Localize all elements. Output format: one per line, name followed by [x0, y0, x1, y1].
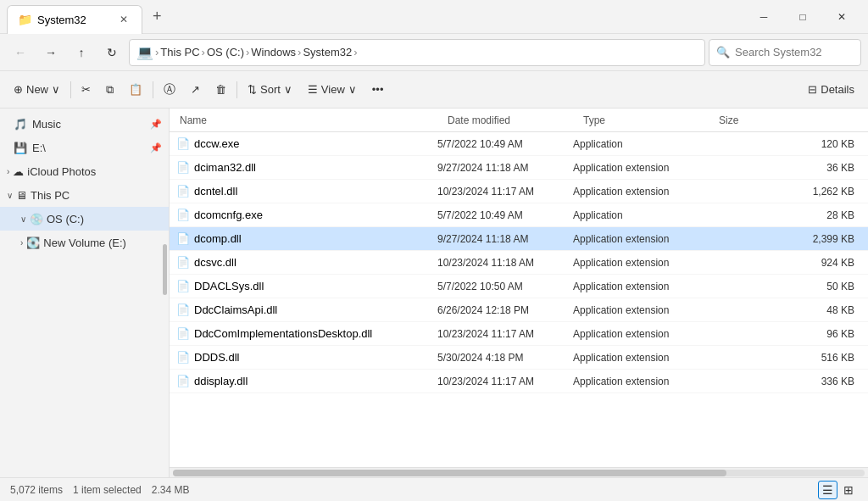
- grid-view-button[interactable]: ⊞: [839, 481, 858, 499]
- file-icon: 📄: [176, 327, 190, 340]
- paste-button[interactable]: 📋: [122, 76, 149, 103]
- toolbar-separator-1: [70, 81, 71, 98]
- pin-icon-e: 📌: [150, 142, 162, 153]
- table-row[interactable]: 📄dcomcnfg.exe 5/7/2022 10:49 AM Applicat…: [170, 203, 868, 227]
- details-button[interactable]: ⊟ Details: [801, 76, 861, 103]
- file-size-cell: 48 KB: [709, 304, 861, 316]
- sidebar-item-e[interactable]: 💾 E:\ 📌: [0, 136, 169, 159]
- file-name-cell: 📄ddisplay.dll: [176, 375, 437, 387]
- breadcrumb-windows[interactable]: Windows: [251, 46, 296, 58]
- table-row[interactable]: 📄dcntel.dll 10/23/2024 11:17 AM Applicat…: [170, 180, 868, 203]
- file-icon: 📄: [176, 185, 190, 198]
- file-icon: 📄: [176, 256, 190, 269]
- delete-icon: 🗑: [215, 83, 226, 96]
- cut-icon: ✂: [81, 83, 91, 96]
- column-header: Name Date modified Type Size: [170, 109, 868, 132]
- sidebar-item-newvol[interactable]: › 💽 New Volume (E:): [0, 231, 169, 254]
- search-input[interactable]: [735, 46, 854, 58]
- horizontal-scrollbar[interactable]: [170, 467, 868, 477]
- sort-chevron-icon: ∨: [284, 83, 292, 96]
- column-size[interactable]: Size: [719, 114, 861, 126]
- list-view-button[interactable]: ☰: [818, 481, 837, 499]
- scroll-thumb[interactable]: [173, 470, 726, 476]
- file-type-cell: Application: [573, 209, 709, 221]
- sort-label: Sort: [260, 83, 281, 96]
- tab-close-button[interactable]: ✕: [116, 12, 131, 27]
- thispc-expand-icon: ∨: [7, 191, 13, 200]
- sidebar-item-thispc[interactable]: ∨ 🖥 This PC: [0, 183, 169, 207]
- share-button[interactable]: ↗: [184, 76, 207, 103]
- file-name-cell: 📄dciman32.dll: [176, 161, 437, 174]
- scroll-track: [173, 470, 865, 476]
- column-modified[interactable]: Date modified: [448, 114, 583, 126]
- column-type[interactable]: Type: [583, 114, 719, 126]
- sidebar-scrollbar[interactable]: [163, 244, 167, 295]
- copy-button[interactable]: ⧉: [99, 76, 120, 103]
- new-plus-icon: ⊕: [14, 83, 23, 96]
- toolbar-separator-2: [153, 81, 153, 98]
- sidebar-item-music[interactable]: 🎵 Music 📌: [0, 112, 169, 136]
- breadcrumb-thispc[interactable]: This PC: [160, 46, 199, 58]
- sidebar-newvol-label: New Volume (E:): [43, 237, 126, 249]
- breadcrumb-system32[interactable]: System32: [303, 46, 352, 58]
- rename-button[interactable]: Ⓐ: [157, 76, 182, 103]
- more-button[interactable]: •••: [365, 76, 391, 103]
- delete-button[interactable]: 🗑: [209, 76, 233, 103]
- file-name-cell: 📄dcomp.dll: [176, 232, 437, 245]
- up-button[interactable]: ↑: [68, 39, 95, 66]
- details-icon: ⊟: [808, 83, 817, 96]
- table-row[interactable]: 📄dcsvc.dll 10/23/2024 11:18 AM Applicati…: [170, 251, 868, 275]
- column-name[interactable]: Name: [176, 114, 448, 126]
- file-modified-cell: 10/23/2024 11:18 AM: [437, 257, 573, 269]
- forward-button[interactable]: →: [37, 39, 64, 66]
- tab-folder-icon: 📁: [18, 13, 32, 26]
- sort-button[interactable]: ⇅ Sort ∨: [241, 76, 299, 103]
- breadcrumb[interactable]: 💻 › This PC › OS (C:) › Windows › System…: [129, 39, 705, 66]
- table-row[interactable]: 📄dcomp.dll 9/27/2024 11:18 AM Applicatio…: [170, 227, 868, 251]
- drive-e-icon: 💾: [14, 142, 27, 154]
- search-icon: 🔍: [716, 46, 730, 58]
- view-label: View: [321, 83, 345, 96]
- file-icon: 📄: [176, 232, 190, 245]
- table-row[interactable]: 📄dciman32.dll 9/27/2024 11:18 AM Applica…: [170, 156, 868, 180]
- file-modified-cell: 10/23/2024 11:17 AM: [437, 376, 573, 387]
- new-tab-button[interactable]: +: [146, 4, 169, 29]
- active-tab[interactable]: 📁 System32 ✕: [7, 5, 142, 34]
- table-row[interactable]: 📄DdcComImplementationsDesktop.dll 10/23/…: [170, 322, 868, 346]
- sidebar-item-osc[interactable]: ∨ 💿 OS (C:): [0, 207, 169, 231]
- file-size-cell: 516 KB: [709, 352, 861, 364]
- table-row[interactable]: 📄dccw.exe 5/7/2022 10:49 AM Application …: [170, 132, 868, 156]
- sidebar-osc-label: OS (C:): [47, 213, 84, 225]
- cut-button[interactable]: ✂: [75, 76, 97, 103]
- toolbar-separator-3: [236, 81, 237, 98]
- rename-icon: Ⓐ: [164, 82, 175, 97]
- file-name-cell: 📄dcsvc.dll: [176, 256, 437, 269]
- window-controls: ─ □ ✕: [744, 0, 861, 34]
- file-type-cell: Application extension: [573, 186, 709, 198]
- back-button[interactable]: ←: [7, 39, 34, 66]
- status-left: 5,072 items 1 item selected 2.34 MB: [10, 484, 189, 496]
- sort-icon: ⇅: [248, 83, 257, 96]
- file-name-cell: 📄dccw.exe: [176, 137, 437, 150]
- file-name-cell: 📄dcntel.dll: [176, 185, 437, 198]
- file-size-cell: 336 KB: [709, 376, 861, 387]
- osc-icon: 💿: [30, 213, 43, 225]
- toolbar-right: ⊟ Details: [801, 76, 861, 103]
- sidebar-item-icloud[interactable]: › ☁ iCloud Photos: [0, 159, 169, 183]
- table-row[interactable]: 📄DDDS.dll 5/30/2024 4:18 PM Application …: [170, 346, 868, 370]
- osc-expand-icon: ∨: [20, 214, 26, 224]
- sidebar-thispc-label: This PC: [31, 189, 70, 202]
- new-button[interactable]: ⊕ New ∨: [7, 76, 67, 103]
- status-bar: 5,072 items 1 item selected 2.34 MB ☰ ⊞: [0, 477, 868, 501]
- table-row[interactable]: 📄DDACLSys.dll 5/7/2022 10:50 AM Applicat…: [170, 275, 868, 298]
- view-button[interactable]: ☰ View ∨: [301, 76, 364, 103]
- close-button[interactable]: ✕: [822, 0, 861, 34]
- maximize-button[interactable]: □: [783, 0, 822, 34]
- minimize-button[interactable]: ─: [744, 0, 783, 34]
- breadcrumb-osc[interactable]: OS (C:): [207, 46, 244, 58]
- table-row[interactable]: 📄DdcClaimsApi.dll 6/26/2024 12:18 PM App…: [170, 298, 868, 322]
- status-right: ☰ ⊞: [818, 481, 858, 499]
- search-box[interactable]: 🔍: [709, 39, 861, 66]
- refresh-button[interactable]: ↻: [98, 39, 125, 66]
- table-row[interactable]: 📄ddisplay.dll 10/23/2024 11:17 AM Applic…: [170, 370, 868, 393]
